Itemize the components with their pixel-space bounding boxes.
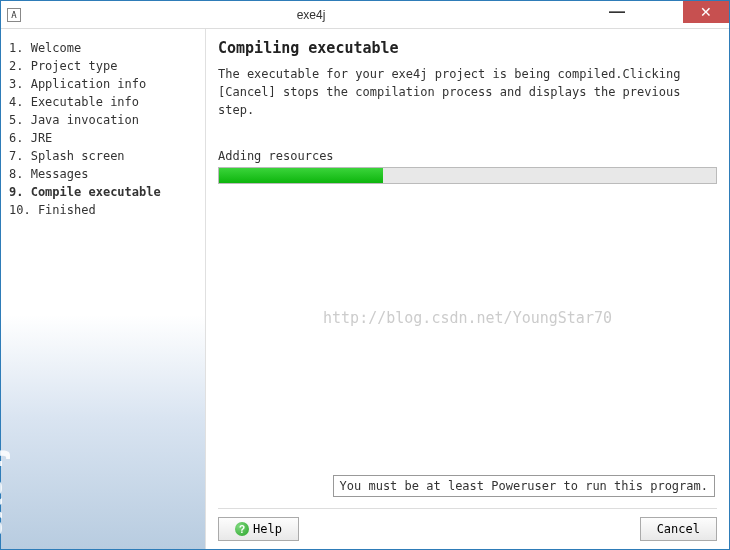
main-panel: Compiling executable The executable for … — [206, 29, 729, 549]
step-list: 1. Welcome 2. Project type 3. Applicatio… — [9, 39, 197, 219]
window-title: exe4j — [27, 8, 595, 22]
window-body: 1. Welcome 2. Project type 3. Applicatio… — [1, 29, 729, 549]
help-icon: ? — [235, 522, 249, 536]
page-title: Compiling executable — [218, 39, 717, 57]
progress-label: Adding resources — [218, 149, 717, 163]
app-icon: A — [7, 8, 21, 22]
step-messages: 8. Messages — [9, 165, 197, 183]
cancel-button[interactable]: Cancel — [640, 517, 717, 541]
step-project-type: 2. Project type — [9, 57, 197, 75]
step-finished: 10. Finished — [9, 201, 197, 219]
watermark-text: http://blog.csdn.net/YoungStar70 — [323, 309, 612, 327]
help-button-label: Help — [253, 522, 282, 536]
sidebar-logo: exe4j — [0, 449, 11, 539]
step-application-info: 3. Application info — [9, 75, 197, 93]
step-welcome: 1. Welcome — [9, 39, 197, 57]
step-compile-executable: 9. Compile executable — [9, 183, 197, 201]
step-executable-info: 4. Executable info — [9, 93, 197, 111]
warning-message: You must be at least Poweruser to run th… — [333, 475, 715, 497]
window-controls: — ✕ — [595, 1, 729, 28]
minimize-button[interactable]: — — [595, 1, 639, 23]
cancel-button-label: Cancel — [657, 522, 700, 536]
step-jre: 6. JRE — [9, 129, 197, 147]
progress-fill — [219, 168, 383, 183]
wizard-sidebar: 1. Welcome 2. Project type 3. Applicatio… — [1, 29, 206, 549]
progress-bar — [218, 167, 717, 184]
maximize-button[interactable] — [639, 1, 683, 23]
step-splash-screen: 7. Splash screen — [9, 147, 197, 165]
step-java-invocation: 5. Java invocation — [9, 111, 197, 129]
titlebar: A exe4j — ✕ — [1, 1, 729, 29]
button-bar: ? Help Cancel — [218, 508, 717, 541]
help-button[interactable]: ? Help — [218, 517, 299, 541]
close-button[interactable]: ✕ — [683, 1, 729, 23]
app-window: A exe4j — ✕ 1. Welcome 2. Project type 3… — [0, 0, 730, 550]
page-description: The executable for your exe4j project is… — [218, 65, 717, 119]
